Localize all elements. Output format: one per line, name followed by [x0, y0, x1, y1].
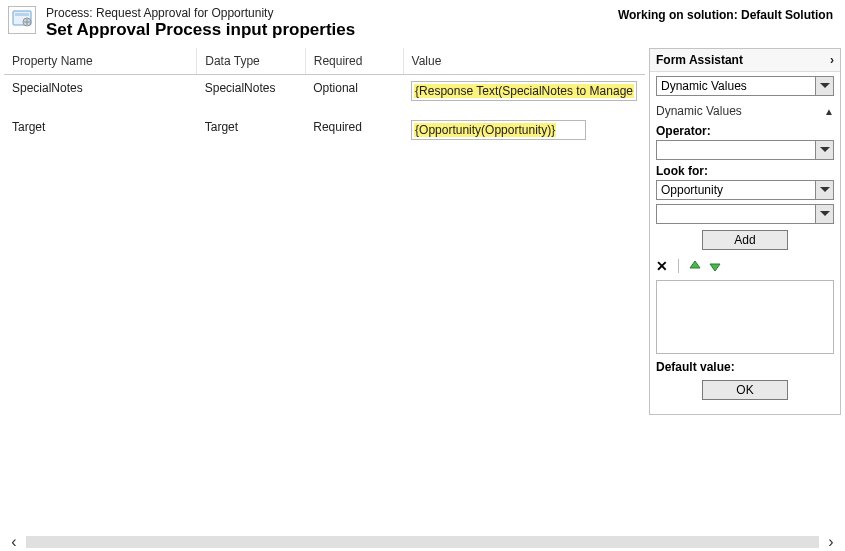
page-title: Set Approval Process input properties — [46, 20, 618, 40]
scroll-right-icon[interactable]: › — [823, 533, 839, 551]
look-for-entity-value: Opportunity — [657, 183, 815, 197]
dynamic-token: {Opportunity(Opportunity)} — [414, 123, 556, 137]
cell-property-name: SpecialNotes — [4, 75, 197, 115]
horizontal-scrollbar[interactable]: ‹ › — [0, 533, 845, 551]
value-field-target[interactable]: {Opportunity(Opportunity)} — [411, 120, 586, 140]
cell-data-type: SpecialNotes — [197, 75, 306, 115]
cell-required: Optional — [305, 75, 403, 115]
cell-required: Required — [305, 114, 403, 153]
default-value-label: Default value: — [656, 360, 834, 374]
dynamic-values-section-header[interactable]: Dynamic Values ▲ — [656, 100, 834, 120]
separator — [678, 259, 679, 273]
chevron-down-icon — [815, 141, 833, 159]
cell-data-type: Target — [197, 114, 306, 153]
add-button[interactable]: Add — [702, 230, 788, 250]
dynamic-token: {Response Text(SpecialNotes to Manage — [414, 84, 634, 98]
section-title: Dynamic Values — [656, 104, 742, 118]
properties-table: Property Name Data Type Required Value S… — [4, 48, 645, 153]
col-property-name[interactable]: Property Name — [4, 48, 197, 75]
look-for-attribute-select[interactable] — [656, 204, 834, 224]
chevron-down-icon — [815, 181, 833, 199]
process-breadcrumb: Process: Request Approval for Opportunit… — [46, 6, 618, 20]
table-row[interactable]: Target Target Required {Opportunity(Oppo… — [4, 114, 645, 153]
working-on-solution: Working on solution: Default Solution — [618, 6, 837, 22]
move-down-icon[interactable] — [709, 260, 721, 272]
table-row[interactable]: SpecialNotes SpecialNotes Optional {Resp… — [4, 75, 645, 115]
assistant-mode-value: Dynamic Values — [657, 79, 815, 93]
chevron-right-icon[interactable]: › — [830, 53, 834, 67]
col-value[interactable]: Value — [403, 48, 645, 75]
form-assistant-panel: Form Assistant › Dynamic Values Dynamic … — [649, 48, 841, 415]
ok-button[interactable]: OK — [702, 380, 788, 400]
chevron-down-icon — [815, 77, 833, 95]
form-assistant-title: Form Assistant — [656, 53, 743, 67]
cell-property-name: Target — [4, 114, 197, 153]
assistant-mode-select[interactable]: Dynamic Values — [656, 76, 834, 96]
move-up-icon[interactable] — [689, 260, 701, 272]
chevron-down-icon — [815, 205, 833, 223]
look-for-label: Look for: — [656, 164, 834, 178]
process-icon — [8, 6, 36, 34]
look-for-entity-select[interactable]: Opportunity — [656, 180, 834, 200]
selected-values-listbox[interactable] — [656, 280, 834, 354]
value-field-specialnotes[interactable]: {Response Text(SpecialNotes to Manage — [411, 81, 637, 101]
delete-icon[interactable]: ✕ — [656, 258, 668, 274]
col-data-type[interactable]: Data Type — [197, 48, 306, 75]
operator-label: Operator: — [656, 124, 834, 138]
collapse-icon: ▲ — [824, 106, 834, 117]
col-required[interactable]: Required — [305, 48, 403, 75]
operator-select[interactable] — [656, 140, 834, 160]
scroll-left-icon[interactable]: ‹ — [6, 533, 22, 551]
svg-rect-1 — [15, 13, 29, 16]
properties-table-wrapper: Property Name Data Type Required Value S… — [4, 48, 645, 153]
scrollbar-track[interactable] — [26, 536, 819, 548]
